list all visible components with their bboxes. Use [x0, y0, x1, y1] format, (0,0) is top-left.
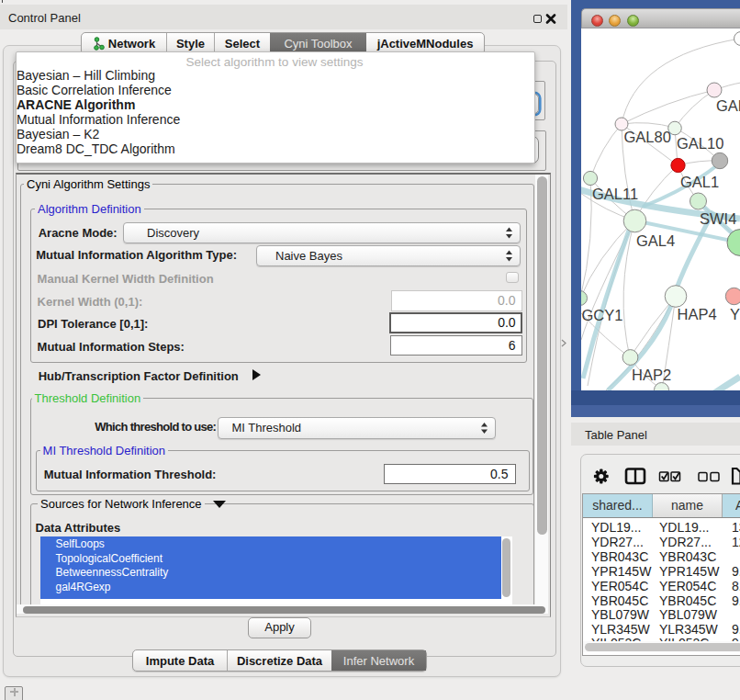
- svg-text:GAL10: GAL10: [677, 135, 723, 152]
- svg-text:GAL7: GAL7: [716, 97, 740, 114]
- svg-text:HAP2: HAP2: [632, 367, 671, 383]
- svg-text:HAP4: HAP4: [678, 306, 717, 322]
- svg-text:GAL1: GAL1: [680, 174, 719, 190]
- svg-text:GAL80: GAL80: [624, 129, 671, 145]
- svg-text:GAL11: GAL11: [592, 186, 638, 202]
- svg-text:Y: Y: [730, 306, 740, 322]
- svg-text:GAL4: GAL4: [636, 232, 675, 249]
- svg-text:SWI4: SWI4: [700, 210, 736, 227]
- svg-text:GCY1: GCY1: [582, 307, 623, 323]
